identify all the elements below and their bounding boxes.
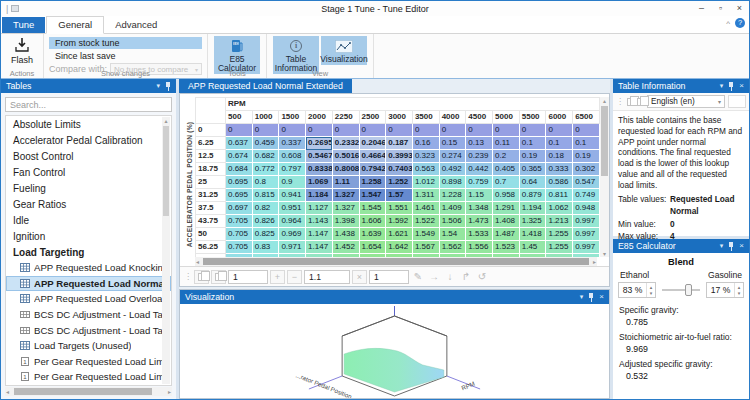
grid-cell[interactable]: 1.194 bbox=[519, 202, 546, 215]
grid-cell[interactable]: 0.8008 bbox=[332, 163, 359, 176]
grid-cell[interactable]: 0 bbox=[359, 124, 386, 137]
grid-cell[interactable]: 0.2 bbox=[493, 150, 520, 163]
grid-cell[interactable]: 1.228 bbox=[439, 189, 466, 202]
tables-category-absolute-limits[interactable]: Absolute Limits bbox=[6, 116, 171, 132]
table-list-item[interactable]: APP Requested Load Normal Extended bbox=[6, 276, 171, 292]
grid-cell[interactable]: 1.147 bbox=[306, 228, 333, 241]
grid-cell[interactable]: 1.15 bbox=[466, 189, 493, 202]
tab-tune[interactable]: Tune bbox=[2, 17, 45, 33]
grid-cell[interactable]: 0.16 bbox=[412, 137, 439, 150]
grid-cell[interactable]: 1.545 bbox=[359, 202, 386, 215]
panel-menu-icon[interactable]: ▾ bbox=[580, 290, 584, 304]
grid-cell[interactable]: 0.759 bbox=[466, 176, 493, 189]
grid-cell[interactable]: 0 bbox=[332, 124, 359, 137]
grid-cell[interactable]: 1.606 bbox=[359, 215, 386, 228]
grid-cell[interactable]: 0.941 bbox=[279, 189, 306, 202]
grid-cell[interactable]: 0.459 bbox=[252, 137, 279, 150]
grid-cell[interactable]: 0.337 bbox=[279, 137, 306, 150]
grid-cell[interactable]: 0.705 bbox=[226, 228, 253, 241]
increment-value-input[interactable]: 1 bbox=[228, 270, 268, 284]
grid-cell[interactable]: 1.327 bbox=[332, 189, 359, 202]
slider-thumb[interactable] bbox=[685, 284, 692, 296]
row-header[interactable]: 6.25 bbox=[196, 137, 226, 150]
grid-cell[interactable]: 0.492 bbox=[439, 163, 466, 176]
minimize-button[interactable]: – bbox=[692, 1, 711, 16]
from-stock-tune-toggle[interactable]: From stock tune bbox=[49, 37, 202, 49]
column-header[interactable]: 4500 bbox=[466, 111, 493, 124]
grid-cell[interactable]: 1.11 bbox=[332, 176, 359, 189]
translate-icon[interactable] bbox=[637, 98, 644, 106]
grid-cell[interactable]: 1.461 bbox=[412, 202, 439, 215]
grid-cell[interactable]: 1.408 bbox=[493, 215, 520, 228]
grid-cell[interactable]: 1.592 bbox=[386, 215, 413, 228]
grid-cell[interactable]: 0.19 bbox=[519, 150, 546, 163]
grid-cell[interactable]: 1.549 bbox=[412, 228, 439, 241]
grid-cell[interactable]: 1.642 bbox=[386, 241, 413, 254]
column-header[interactable]: 6000 bbox=[546, 111, 573, 124]
close-icon[interactable]: × bbox=[599, 290, 604, 304]
column-header[interactable]: 6500 bbox=[573, 111, 600, 124]
grid-cell[interactable]: 0.7 bbox=[493, 176, 520, 189]
grid-cell[interactable]: 1.348 bbox=[466, 202, 493, 215]
grid-cell[interactable]: 1.255 bbox=[546, 241, 573, 254]
ethanol-spinner[interactable]: 83 % ▴▾ bbox=[618, 282, 656, 298]
scroll-right-icon[interactable]: ▸ bbox=[593, 258, 596, 265]
since-last-save-toggle[interactable]: Since last save bbox=[49, 50, 202, 62]
grid-cell[interactable]: 1.438 bbox=[332, 228, 359, 241]
table-list-item[interactable]: 1Per Gear Requested Load Limit - High BA bbox=[6, 369, 171, 385]
grid-cell[interactable]: 1.012 bbox=[412, 176, 439, 189]
data-grid[interactable]: RPM5001000150020002250250030003500400045… bbox=[195, 97, 600, 257]
row-header[interactable]: 37.5 bbox=[196, 202, 226, 215]
spinner-arrows[interactable]: ▴▾ bbox=[646, 283, 655, 297]
copy-icon[interactable] bbox=[627, 98, 634, 106]
grid-cell[interactable]: 0 bbox=[439, 124, 466, 137]
grid-cell[interactable]: 0.8338 bbox=[306, 163, 333, 176]
column-header[interactable]: 500 bbox=[226, 111, 253, 124]
scroll-right-icon[interactable]: ▸ bbox=[168, 388, 171, 395]
spinner-arrows[interactable]: ▴▾ bbox=[734, 283, 743, 297]
grid-cell[interactable]: 0.705 bbox=[226, 215, 253, 228]
grid-cell[interactable]: 0.7403 bbox=[386, 163, 413, 176]
column-header[interactable]: 5000 bbox=[493, 111, 520, 124]
grid-cell[interactable]: 0.697 bbox=[226, 202, 253, 215]
undo-icon[interactable]: ↺ bbox=[475, 271, 489, 282]
scroll-left-icon[interactable]: ◂ bbox=[6, 388, 9, 395]
grid-cell[interactable]: 0 bbox=[493, 124, 520, 137]
tables-category-accelerator-pedal-calibration[interactable]: Accelerator Pedal Calibration bbox=[6, 132, 171, 148]
grid-cell[interactable]: 0.7942 bbox=[359, 163, 386, 176]
column-header[interactable]: 1000 bbox=[252, 111, 279, 124]
grid-cell[interactable]: 0.274 bbox=[439, 150, 466, 163]
tables-category-idle[interactable]: Idle bbox=[6, 212, 171, 228]
copy-icon[interactable] bbox=[194, 270, 209, 284]
grid-cell[interactable]: 0.674 bbox=[226, 150, 253, 163]
tables-category-fan-control[interactable]: Fan Control bbox=[6, 164, 171, 180]
grid-cell[interactable]: 0.333 bbox=[546, 163, 573, 176]
grid-cell[interactable]: 0.82 bbox=[252, 202, 279, 215]
close-button[interactable]: × bbox=[730, 1, 749, 16]
grid-cell[interactable]: 1.291 bbox=[493, 202, 520, 215]
grid-cell[interactable]: 0.365 bbox=[519, 163, 546, 176]
collapse-ribbon-icon[interactable]: ^ bbox=[726, 19, 730, 28]
column-header[interactable]: 3000 bbox=[386, 111, 413, 124]
grid-cell[interactable]: 0.1 bbox=[546, 137, 573, 150]
grid-cell[interactable]: 0.958 bbox=[493, 189, 520, 202]
gasoline-spinner[interactable]: 17 % ▴▾ bbox=[706, 282, 744, 298]
tables-vertical-scrollbar[interactable]: ▴ bbox=[162, 117, 170, 384]
grid-cell[interactable]: 0 bbox=[306, 124, 333, 137]
increment-button[interactable]: + bbox=[270, 270, 285, 284]
tables-search-input[interactable]: Search... bbox=[5, 97, 172, 112]
set-value-input[interactable]: 1 bbox=[369, 270, 409, 284]
grid-cell[interactable]: 0.695 bbox=[226, 176, 253, 189]
grid-cell[interactable]: 0 bbox=[466, 124, 493, 137]
table-list-item[interactable]: BCS DC Adjustment - Load Target Correct bbox=[6, 307, 171, 323]
flash-button[interactable]: Flash bbox=[6, 36, 38, 65]
grid-cell[interactable]: 0.948 bbox=[573, 202, 600, 215]
grid-cell[interactable]: 0.608 bbox=[279, 150, 306, 163]
grid-cell[interactable]: 0.825 bbox=[252, 228, 279, 241]
pin-icon[interactable] bbox=[588, 293, 594, 302]
interpolate-down-icon[interactable]: ↓ bbox=[443, 271, 457, 282]
interpolate-right-icon[interactable]: → bbox=[427, 271, 441, 282]
grid-cell[interactable]: 1.398 bbox=[332, 215, 359, 228]
grid-cell[interactable]: 1.147 bbox=[306, 241, 333, 254]
grid-cell[interactable]: 1.409 bbox=[439, 202, 466, 215]
